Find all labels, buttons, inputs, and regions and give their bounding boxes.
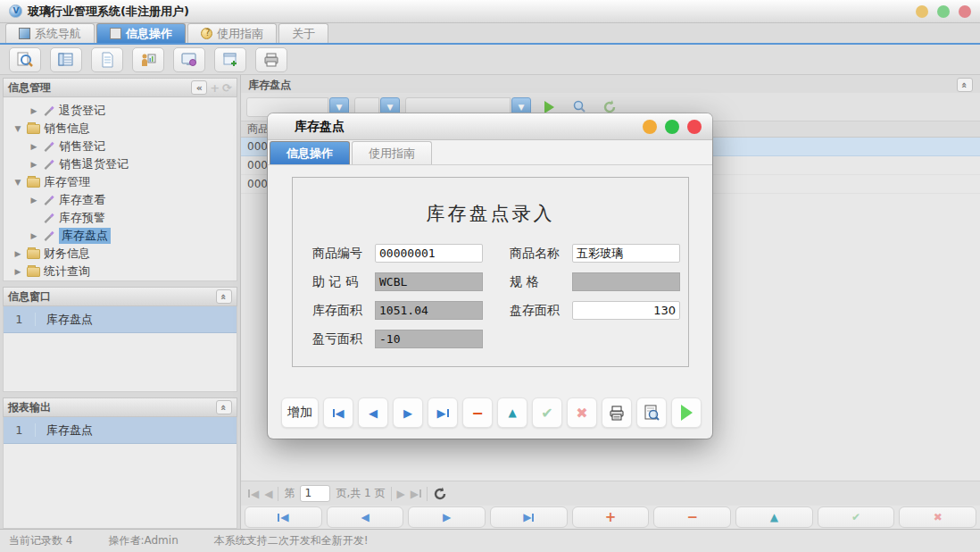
tree-item-label: 销售退货登记 xyxy=(59,156,129,172)
expand-arrow-icon[interactable]: ▶ xyxy=(12,267,23,276)
tab-info-operations[interactable]: 信息操作 xyxy=(96,23,186,43)
product-name-field[interactable]: 五彩玻璃 xyxy=(572,244,680,263)
field-label-stock-area: 库存面积 xyxy=(312,303,370,319)
dialog-body: 库存盘点录入 商品编号 00000001 商品名称 五彩玻璃 助 记 码 WCB… xyxy=(268,165,712,439)
next-page-icon[interactable]: ▶ xyxy=(397,488,405,500)
counted-area-field[interactable]: 130 xyxy=(572,301,680,320)
next-record-button[interactable]: ▶ xyxy=(408,506,486,528)
last-page-icon[interactable]: ▶ xyxy=(411,488,421,500)
table-view-button[interactable] xyxy=(50,47,82,72)
tab-label: 关于 xyxy=(292,26,315,42)
tree-item-inventory-count[interactable]: ▶ 库存盘点 xyxy=(5,227,235,245)
expand-arrow-icon[interactable]: ▶ xyxy=(29,142,39,151)
tree-item-return-registration[interactable]: ▶ 退货登记 xyxy=(5,102,235,120)
delete-record-button[interactable]: − xyxy=(462,397,493,428)
tree-item-sales-return[interactable]: ▶ 销售退货登记 xyxy=(5,155,235,173)
main-tab-bar: 系统导航 信息操作 使用指南 关于 xyxy=(0,23,980,45)
tab-label: 使用指南 xyxy=(217,26,263,42)
cancel-button[interactable]: ✖ xyxy=(899,506,976,528)
refresh-icon[interactable] xyxy=(433,487,447,501)
tree-item-label: 库存查看 xyxy=(59,192,105,208)
prev-page-icon[interactable]: ◀ xyxy=(264,488,272,500)
confirm-button[interactable]: ✔ xyxy=(532,397,562,428)
search-icon xyxy=(571,99,587,115)
list-item-label: 库存盘点 xyxy=(36,312,93,328)
collapse-up-icon[interactable]: « xyxy=(216,400,232,414)
list-item[interactable]: 1 库存盘点 xyxy=(4,306,237,333)
print-button[interactable] xyxy=(602,397,632,428)
expand-arrow-icon[interactable]: ▶ xyxy=(29,231,39,240)
tab-about[interactable]: 关于 xyxy=(278,23,328,43)
cancel-button[interactable]: ✖ xyxy=(567,397,597,428)
field-label-spec: 规 格 xyxy=(510,274,567,290)
maximize-button[interactable] xyxy=(937,5,950,18)
last-record-button[interactable]: ▶ xyxy=(428,397,458,428)
icon-toolbar xyxy=(0,45,980,75)
expand-arrow-icon[interactable]: ▶ xyxy=(29,160,39,169)
nav-tree: ▶ 退货登记 ▼ 销售信息 ▶ 销售登记 ▶ 销售退货登记 xyxy=(3,97,237,281)
first-page-icon[interactable]: ◀ xyxy=(248,488,259,500)
dialog-tab-user-guide[interactable]: 使用指南 xyxy=(352,141,432,164)
search-button[interactable] xyxy=(9,47,41,72)
preview-button[interactable] xyxy=(636,397,667,428)
expand-arrow-icon[interactable]: ▶ xyxy=(12,249,23,258)
form-title: 库存盘点录入 xyxy=(312,201,669,226)
wand-icon xyxy=(43,213,55,224)
close-button[interactable] xyxy=(959,5,971,18)
add-record-button[interactable]: + xyxy=(572,506,650,528)
table-icon xyxy=(57,52,75,68)
dialog-title-bar[interactable]: 库存盘点 xyxy=(268,113,712,140)
info-window-list: 1 库存盘点 xyxy=(3,306,237,392)
expand-arrow-icon[interactable]: ▶ xyxy=(29,196,39,205)
dialog-close-button[interactable] xyxy=(687,120,702,134)
panel-title: 报表输出 xyxy=(8,400,51,415)
collapse-arrow-icon[interactable]: ▼ xyxy=(12,178,23,187)
tab-user-guide[interactable]: 使用指南 xyxy=(187,23,277,43)
add-window-button[interactable] xyxy=(214,47,246,72)
collapse-up-icon[interactable]: « xyxy=(216,289,232,304)
confirm-button[interactable]: ✔ xyxy=(818,506,895,528)
prev-record-button[interactable]: ◀ xyxy=(358,397,388,428)
printer-icon xyxy=(608,404,626,422)
run-button[interactable] xyxy=(671,397,702,428)
add-button[interactable]: 增加 xyxy=(281,397,319,428)
expand-arrow-icon[interactable]: ▶ xyxy=(29,106,39,115)
first-record-button[interactable]: ◀ xyxy=(323,397,353,428)
tree-item-inventory-management[interactable]: ▼ 库存管理 xyxy=(5,173,235,191)
dialog-tab-info-operations[interactable]: 信息操作 xyxy=(270,141,350,164)
tree-item-inventory-view[interactable]: ▶ 库存查看 xyxy=(5,191,235,209)
mnemonic-field: WCBL xyxy=(375,272,483,291)
next-record-button[interactable]: ▶ xyxy=(393,397,423,428)
prev-record-button[interactable]: ◀ xyxy=(327,506,404,528)
monitor-button[interactable] xyxy=(173,47,205,72)
tree-item-sales-info[interactable]: ▼ 销售信息 xyxy=(5,120,235,138)
field-label-product-code: 商品编号 xyxy=(312,246,370,262)
dialog-minimize-button[interactable] xyxy=(643,120,657,134)
user-report-button[interactable] xyxy=(132,47,164,72)
operator-label: 操作者:Admin xyxy=(108,533,178,548)
list-item-index: 1 xyxy=(4,423,36,437)
collapse-left-icon[interactable]: « xyxy=(191,80,207,95)
first-record-button[interactable]: ◀ xyxy=(245,506,322,528)
edit-record-button[interactable]: ▲ xyxy=(497,397,527,428)
minimize-button[interactable] xyxy=(916,5,928,18)
tree-item-finance-info[interactable]: ▶ 财务信息 xyxy=(5,245,235,263)
table-header-label: 商品 xyxy=(247,121,269,137)
edit-record-button[interactable]: ▲ xyxy=(735,506,813,528)
tree-item-statistics-query[interactable]: ▶ 统计查询 xyxy=(5,263,235,280)
pagination-bar: ◀ ◀ 第 1 页,共 1 页 ▶ ▶ xyxy=(241,481,980,506)
tree-item-sales-registration[interactable]: ▶ 销售登记 xyxy=(5,138,235,155)
list-item[interactable]: 1 库存盘点 xyxy=(4,417,237,444)
product-code-field[interactable]: 00000001 xyxy=(375,244,483,263)
printer-button[interactable] xyxy=(255,47,287,72)
stock-area-field: 1051.04 xyxy=(375,301,483,320)
collapse-up-icon[interactable]: « xyxy=(957,78,973,92)
collapse-arrow-icon[interactable]: ▼ xyxy=(12,124,23,133)
page-number-input[interactable]: 1 xyxy=(300,485,330,502)
delete-record-button[interactable]: − xyxy=(653,506,731,528)
tab-system-nav[interactable]: 系统导航 xyxy=(5,23,95,43)
dialog-maximize-button[interactable] xyxy=(665,120,679,134)
last-record-button[interactable]: ▶ xyxy=(490,506,568,528)
document-button[interactable] xyxy=(91,47,123,72)
tree-item-inventory-warning[interactable]: 库存预警 xyxy=(5,209,235,227)
